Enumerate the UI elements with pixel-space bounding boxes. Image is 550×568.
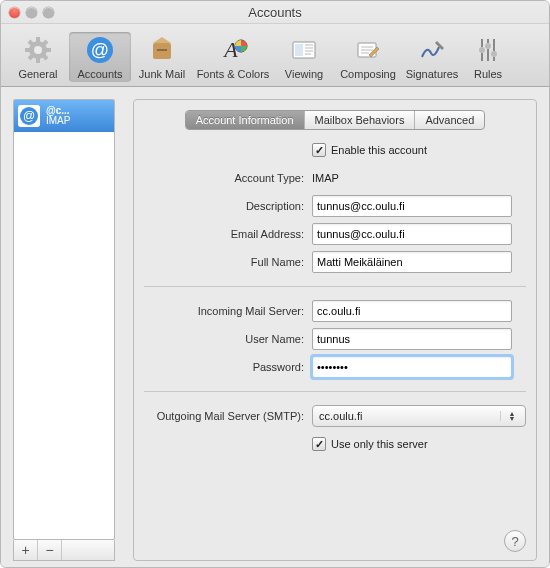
password-input[interactable]: [312, 356, 512, 378]
svg-point-1: [34, 46, 42, 54]
description-label: Description:: [144, 200, 312, 212]
account-type-value: IMAP: [312, 172, 526, 184]
tab-advanced[interactable]: Advanced: [415, 111, 484, 129]
account-row[interactable]: @ @c... IMAP: [14, 100, 114, 132]
toolbar: General @ Accounts Junk Mail A Fonts & C…: [1, 24, 549, 87]
remove-account-button[interactable]: −: [38, 540, 62, 560]
enable-account-checkbox[interactable]: [312, 143, 326, 157]
at-sign-icon: @: [85, 35, 115, 65]
add-account-button[interactable]: +: [14, 540, 38, 560]
divider: [144, 391, 526, 392]
svg-point-28: [491, 51, 497, 57]
toolbar-viewing[interactable]: Viewing: [273, 32, 335, 82]
toolbar-rules[interactable]: Rules: [463, 32, 513, 82]
smtp-select[interactable]: cc.oulu.fi ▲▼: [312, 405, 526, 427]
incoming-server-input[interactable]: [312, 300, 512, 322]
svg-text:@: @: [91, 40, 109, 60]
viewing-icon: [289, 35, 319, 65]
username-label: User Name:: [144, 333, 312, 345]
account-detail-pane: Account Information Mailbox Behaviors Ad…: [133, 99, 537, 561]
fullname-input[interactable]: [312, 251, 512, 273]
help-button[interactable]: ?: [504, 530, 526, 552]
svg-point-27: [485, 43, 491, 49]
preferences-window: Accounts General @ Accounts Junk Mail A …: [0, 0, 550, 568]
titlebar: Accounts: [1, 1, 549, 24]
chevron-updown-icon: ▲▼: [500, 411, 519, 421]
window-title: Accounts: [1, 5, 549, 20]
incoming-label: Incoming Mail Server:: [144, 305, 312, 317]
toolbar-accounts[interactable]: @ Accounts: [69, 32, 131, 82]
email-label: Email Address:: [144, 228, 312, 240]
accounts-sidebar: @ @c... IMAP + −: [13, 99, 115, 561]
enable-account-label: Enable this account: [331, 144, 427, 156]
username-input[interactable]: [312, 328, 512, 350]
use-only-this-server-checkbox[interactable]: [312, 437, 326, 451]
gear-icon: [23, 35, 53, 65]
account-form: Enable this account Account Type: IMAP D…: [144, 138, 526, 456]
tab-mailbox-behaviors[interactable]: Mailbox Behaviors: [305, 111, 416, 129]
use-only-this-server-label: Use only this server: [331, 438, 428, 450]
toolbar-general[interactable]: General: [7, 32, 69, 82]
svg-rect-17: [295, 44, 303, 56]
sidebar-buttons: + −: [13, 540, 115, 561]
fullname-label: Full Name:: [144, 256, 312, 268]
rules-icon: [473, 35, 503, 65]
password-label: Password:: [144, 361, 312, 373]
tab-account-information[interactable]: Account Information: [186, 111, 305, 129]
toolbar-composing[interactable]: Composing: [335, 32, 401, 82]
svg-line-8: [43, 41, 47, 45]
smtp-value: cc.oulu.fi: [319, 410, 362, 422]
svg-point-26: [479, 47, 485, 53]
junk-mail-icon: [147, 35, 177, 65]
svg-rect-13: [157, 49, 167, 51]
smtp-label: Outgoing Mail Server (SMTP):: [144, 410, 312, 422]
account-info: @c... IMAP: [46, 106, 70, 127]
account-type-label: Account Type:: [144, 172, 312, 184]
svg-text:@: @: [23, 109, 35, 123]
svg-line-9: [29, 55, 33, 59]
signatures-icon: [417, 35, 447, 65]
pane-tabs: Account Information Mailbox Behaviors Ad…: [144, 110, 526, 130]
at-sign-icon: @: [18, 105, 40, 127]
accounts-list[interactable]: @ @c... IMAP: [13, 99, 115, 540]
content-area: @ @c... IMAP + − Account Information Mai…: [1, 87, 549, 568]
toolbar-signatures[interactable]: Signatures: [401, 32, 463, 82]
email-input[interactable]: [312, 223, 512, 245]
divider: [144, 286, 526, 287]
svg-line-7: [43, 55, 47, 59]
svg-line-6: [29, 41, 33, 45]
description-input[interactable]: [312, 195, 512, 217]
composing-icon: [353, 35, 383, 65]
fonts-colors-icon: A: [218, 35, 248, 65]
toolbar-fonts-colors[interactable]: A Fonts & Colors: [193, 32, 273, 82]
toolbar-junk-mail[interactable]: Junk Mail: [131, 32, 193, 82]
